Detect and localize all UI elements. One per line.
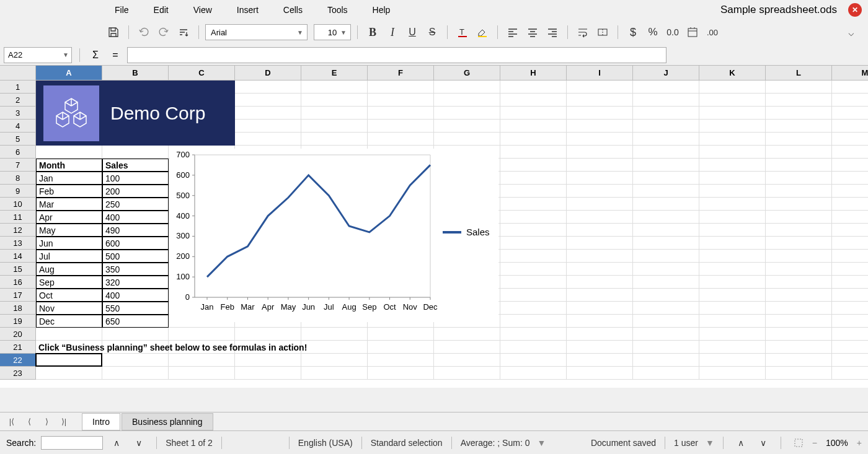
sum-function-icon[interactable]: Σ (87, 47, 104, 63)
cell[interactable]: Feb (36, 185, 102, 198)
cell[interactable] (832, 146, 868, 159)
row-header-23[interactable]: 23 (0, 367, 36, 380)
cell[interactable]: 550 (102, 302, 169, 315)
cell[interactable] (699, 224, 766, 237)
row-header-11[interactable]: 11 (0, 211, 36, 224)
cell[interactable] (500, 107, 567, 120)
cell[interactable] (766, 146, 832, 159)
cell[interactable] (832, 328, 868, 341)
cell[interactable] (766, 289, 832, 302)
cell[interactable] (301, 120, 368, 133)
cell[interactable] (766, 94, 832, 107)
cell[interactable] (434, 341, 500, 354)
percent-button[interactable]: % (644, 24, 662, 41)
cell[interactable] (368, 81, 434, 94)
sheet-tab-intro[interactable]: Intro (82, 413, 120, 430)
cell[interactable]: Sales (102, 159, 169, 172)
cell[interactable]: Mar (36, 198, 102, 211)
sheet-tab-business-planning[interactable]: Business planning (122, 413, 213, 430)
cell[interactable]: 400 (102, 289, 169, 302)
column-header-A[interactable]: A (36, 66, 102, 81)
cell[interactable] (633, 107, 699, 120)
cell[interactable] (567, 133, 633, 146)
cell[interactable] (567, 263, 633, 276)
cell[interactable] (301, 107, 368, 120)
cell[interactable] (832, 94, 868, 107)
cell[interactable] (766, 198, 832, 211)
cell[interactable] (633, 224, 699, 237)
cell[interactable] (699, 81, 766, 94)
cell[interactable] (500, 289, 567, 302)
cell[interactable] (766, 250, 832, 263)
cell[interactable] (766, 237, 832, 250)
menu-insert[interactable]: Insert (224, 1, 271, 19)
cell[interactable] (102, 354, 169, 367)
cell[interactable] (500, 367, 567, 380)
cell[interactable]: 600 (102, 237, 169, 250)
cell[interactable] (434, 354, 500, 367)
cell[interactable] (832, 107, 868, 120)
prev-sheet-icon[interactable]: ⟨ (21, 414, 37, 429)
cell-summary[interactable]: Average: ; Sum: 0 (461, 438, 530, 448)
cell[interactable] (567, 120, 633, 133)
cell[interactable] (766, 328, 832, 341)
cell[interactable] (102, 328, 169, 341)
expand-toolbar-icon[interactable]: ⌵ (848, 27, 854, 38)
cell[interactable] (633, 185, 699, 198)
decimal-button[interactable]: .00 (704, 24, 721, 41)
cell[interactable] (301, 354, 368, 367)
cell[interactable] (567, 107, 633, 120)
nav-down-icon[interactable]: ∨ (755, 434, 772, 452)
cell[interactable] (832, 172, 868, 185)
row-header-9[interactable]: 9 (0, 185, 36, 198)
cell[interactable] (500, 120, 567, 133)
cell[interactable] (832, 185, 868, 198)
cell[interactable] (633, 120, 699, 133)
cell[interactable] (567, 354, 633, 367)
column-header-B[interactable]: B (102, 66, 169, 81)
zoom-fit-icon[interactable] (790, 434, 807, 452)
cell[interactable] (434, 367, 500, 380)
cell[interactable] (368, 328, 434, 341)
underline-button[interactable]: U (404, 24, 421, 41)
undo-icon[interactable] (135, 24, 153, 41)
date-format-button[interactable] (684, 24, 701, 41)
cell[interactable] (633, 237, 699, 250)
menu-file[interactable]: File (102, 1, 141, 19)
cell[interactable] (699, 198, 766, 211)
font-size-select[interactable]: 10 ▼ (314, 24, 351, 40)
first-sheet-icon[interactable]: |⟨ (4, 414, 20, 429)
cell[interactable] (633, 172, 699, 185)
cell[interactable] (567, 315, 633, 328)
cell[interactable] (567, 81, 633, 94)
cell[interactable] (567, 328, 633, 341)
cell[interactable] (368, 367, 434, 380)
row-header-5[interactable]: 5 (0, 133, 36, 146)
cell[interactable] (500, 224, 567, 237)
cell[interactable] (301, 328, 368, 341)
row-header-10[interactable]: 10 (0, 198, 36, 211)
column-header-J[interactable]: J (633, 66, 699, 81)
cell[interactable]: Oct (36, 289, 102, 302)
cell[interactable] (766, 159, 832, 172)
cell[interactable] (235, 107, 301, 120)
cell[interactable] (699, 172, 766, 185)
cell[interactable] (434, 81, 500, 94)
cell[interactable] (368, 120, 434, 133)
cell[interactable] (832, 159, 868, 172)
close-button[interactable]: ✕ (848, 3, 862, 17)
cell[interactable]: Jul (36, 250, 102, 263)
row-header-21[interactable]: 21 (0, 341, 36, 354)
cell[interactable] (766, 107, 832, 120)
cell[interactable] (500, 172, 567, 185)
column-header-H[interactable]: H (500, 66, 567, 81)
cell[interactable] (766, 263, 832, 276)
cell[interactable] (633, 367, 699, 380)
cell[interactable] (699, 367, 766, 380)
cell[interactable] (500, 263, 567, 276)
cell[interactable] (832, 341, 868, 354)
cell[interactable] (699, 289, 766, 302)
cell[interactable] (633, 81, 699, 94)
cell[interactable] (832, 133, 868, 146)
cell[interactable] (699, 185, 766, 198)
